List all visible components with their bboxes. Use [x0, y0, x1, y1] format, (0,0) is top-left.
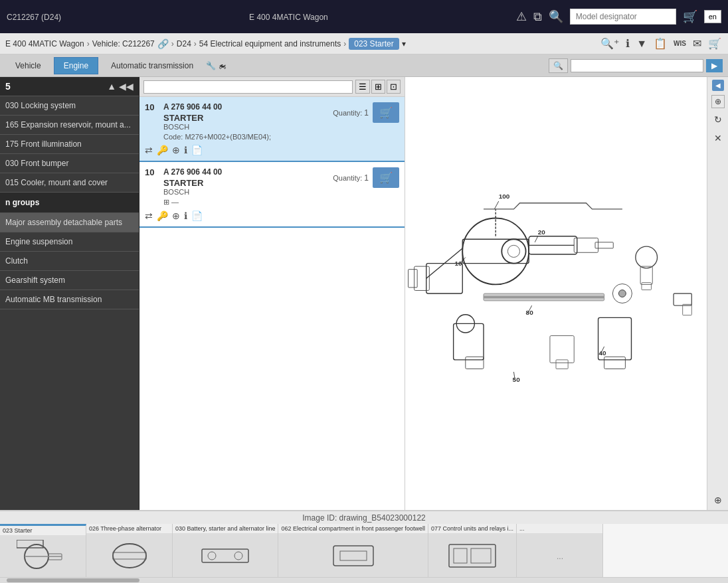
part-1-name: STARTER — [163, 178, 222, 188]
sidebar-item-gearshift[interactable]: Gearshift system — [0, 271, 139, 290]
svg-rect-1 — [462, 239, 529, 263]
top-bar-actions: ⚠ ⧉ 🔍 🛒 en — [516, 9, 721, 25]
diagram-rotate-icon[interactable]: ↻ — [712, 112, 724, 127]
tab-search-input[interactable] — [571, 59, 703, 72]
bottom-scrollbar[interactable] — [0, 578, 728, 583]
sidebar-header-icons: ▲ ◀◀ — [107, 81, 134, 92]
model-name-text: E 400 4MATIC Wagon — [249, 13, 328, 22]
thumb-item-4[interactable]: 077 Control units and relays i... — [428, 524, 517, 577]
part-1-cert-icon[interactable]: ⊕ — [172, 210, 180, 221]
sidebar-item-1[interactable]: 165 Expansion reservoir, mount a... — [0, 116, 139, 135]
thumbnail-tabs: 023 Starter 026 Three-phase alternator — [0, 524, 728, 578]
sidebar-header: 5 ▲ ◀◀ — [0, 77, 139, 96]
breadcrumb-dropdown-icon[interactable]: ▾ — [402, 39, 406, 48]
thumb-label-0: 023 Starter — [0, 526, 86, 536]
part-0-info-icon[interactable]: ℹ — [184, 145, 187, 155]
sidebar-item-engine-suspension[interactable]: Engine suspension — [0, 232, 139, 252]
thumb-item-0[interactable]: 023 Starter — [0, 524, 86, 577]
svg-point-43 — [208, 552, 216, 560]
part-0-doc-icon[interactable]: 📄 — [191, 145, 203, 155]
part-0-number[interactable]: A 276 906 44 00 — [163, 102, 271, 112]
tab-bar: Vehicle Engine Automatic transmission 🔧 … — [0, 54, 728, 77]
sidebar-item-0[interactable]: 030 Locking system — [0, 96, 139, 116]
copy-icon[interactable]: ⧉ — [533, 10, 542, 24]
tab-auto-trans-label: Automatic transmission — [111, 61, 193, 70]
part-0-exchange-icon[interactable]: ⇄ — [145, 145, 153, 155]
breadcrumb-item-1[interactable]: Vehicle: C212267 — [92, 39, 155, 48]
center-search-input[interactable] — [143, 80, 353, 94]
document-btn[interactable]: 📋 — [652, 36, 668, 51]
sidebar-item-major-assembly[interactable]: Major assembly detachable parts — [0, 213, 139, 232]
sidebar-item-auto-mb[interactable]: Automatic MB transmission — [0, 290, 139, 309]
part-1-doc-icon[interactable]: 📄 — [191, 210, 203, 221]
sidebar-group-header: n groups — [0, 193, 139, 213]
thumb-label-5: ... — [517, 524, 602, 534]
tab-search-submit[interactable]: ▶ — [706, 59, 723, 72]
info-btn[interactable]: ℹ — [624, 36, 631, 51]
model-name: E 400 4MATIC Wagon — [249, 11, 328, 22]
thumb-item-2[interactable]: 030 Battery, starter and alternator line — [173, 524, 278, 577]
center-toolbar: ☰ ⊞ ⊡ — [139, 77, 405, 97]
model-search-input[interactable] — [570, 9, 676, 25]
svg-line-25 — [535, 236, 538, 242]
tab-extra-icon-1[interactable]: 🔧 — [206, 61, 216, 70]
tab-extra-icon-2[interactable]: 🏍 — [219, 61, 227, 70]
diagram-expand-icon[interactable]: ⊕ — [712, 493, 724, 507]
thumb-item-1[interactable]: 026 Three-phase alternator — [86, 524, 173, 577]
tab-search-icon[interactable]: 🔍 — [549, 58, 568, 73]
svg-rect-9 — [409, 270, 418, 288]
part-1-info-icon[interactable]: ℹ — [184, 210, 187, 221]
tab-auto-trans[interactable]: Automatic transmission — [101, 57, 203, 74]
part-1-exchange-icon[interactable]: ⇄ — [145, 210, 153, 221]
thumb-item-3[interactable]: 062 Electrical compartment in front pass… — [278, 524, 428, 577]
tab-vehicle[interactable]: Vehicle — [5, 57, 51, 74]
diag-label-20: 20 — [538, 228, 546, 236]
thumb-label-2: 030 Battery, starter and alternator line — [173, 524, 278, 534]
part-1-cart-button[interactable]: 🛒 — [373, 167, 399, 188]
svg-point-6 — [507, 245, 519, 257]
breadcrumb-current[interactable]: 023 Starter — [349, 38, 399, 50]
breadcrumb-item-2[interactable]: D24 — [177, 39, 191, 48]
zoom-in-btn[interactable]: 🔍⁺ — [599, 36, 620, 51]
thumb-img-2 — [173, 534, 278, 577]
part-1-number[interactable]: A 276 906 44 00 — [163, 167, 222, 177]
sidebar-collapse-left[interactable]: ◀◀ — [119, 81, 134, 92]
expand-view-btn[interactable]: ⊡ — [387, 80, 401, 94]
breadcrumb-actions: 🔍⁺ ℹ ▼ 📋 WIS ✉ 🛒 — [599, 36, 723, 51]
diagram-zoom-circle-icon[interactable]: ⊕ — [711, 95, 725, 108]
sidebar-item-4[interactable]: 015 Cooler, mount and cover — [0, 173, 139, 193]
search-icon-top[interactable]: 🔍 — [549, 9, 563, 24]
diagram-close-icon[interactable]: ✕ — [712, 131, 724, 145]
sidebar-item-2[interactable]: 175 Front illumination — [0, 135, 139, 154]
part-0-cert-icon[interactable]: ⊕ — [172, 145, 180, 155]
diagram-highlight-btn[interactable]: ◀ — [712, 80, 724, 91]
part-row-1-header: 10 A 276 906 44 00 STARTER BOSCH ⊞ — Qua… — [145, 167, 399, 207]
tab-engine[interactable]: Engine — [54, 57, 98, 74]
sidebar-collapse-up[interactable]: ▲ — [107, 81, 116, 92]
breadcrumb-item-0[interactable]: E 400 4MATIC Wagon — [5, 39, 84, 48]
sidebar-item-3[interactable]: 030 Front bumper — [0, 154, 139, 173]
warning-icon[interactable]: ⚠ — [516, 9, 527, 24]
sidebar-item-clutch[interactable]: Clutch — [0, 252, 139, 271]
part-1-key-icon[interactable]: 🔑 — [157, 210, 168, 221]
part-0-key-icon[interactable]: 🔑 — [157, 145, 168, 155]
filter-btn[interactable]: ▼ — [635, 37, 648, 51]
diagram-toolbar: ◀ ⊕ ↻ ✕ ⊕ — [707, 77, 728, 510]
part-0-name: STARTER — [163, 113, 271, 123]
breadcrumb-sep-0: › — [87, 39, 90, 48]
svg-rect-32 — [640, 266, 652, 284]
language-button[interactable]: en — [704, 10, 721, 23]
breadcrumb: E 400 4MATIC Wagon › Vehicle: C212267 🔗 … — [5, 38, 406, 50]
part-0-cart-button[interactable]: 🛒 — [373, 102, 399, 123]
part-row-0: 10 A 276 906 44 00 STARTER BOSCH Code: M… — [139, 97, 405, 162]
cart-btn-breadcrumb[interactable]: 🛒 — [707, 36, 723, 51]
wis-btn[interactable]: WIS — [672, 39, 687, 48]
breadcrumb-item-3[interactable]: 54 Electrical equipment and instruments — [199, 39, 341, 48]
grid-view-btn[interactable]: ⊞ — [371, 80, 385, 94]
list-view-btn[interactable]: ☰ — [355, 80, 370, 94]
email-btn[interactable]: ✉ — [691, 36, 703, 51]
cart-icon-top[interactable]: 🛒 — [683, 9, 697, 24]
thumb-item-5[interactable]: ... ... — [517, 524, 603, 577]
vehicle-link-icon[interactable]: 🔗 — [157, 39, 169, 49]
sidebar-item-1-label: 165 Expansion reservoir, mount a... — [5, 120, 131, 129]
